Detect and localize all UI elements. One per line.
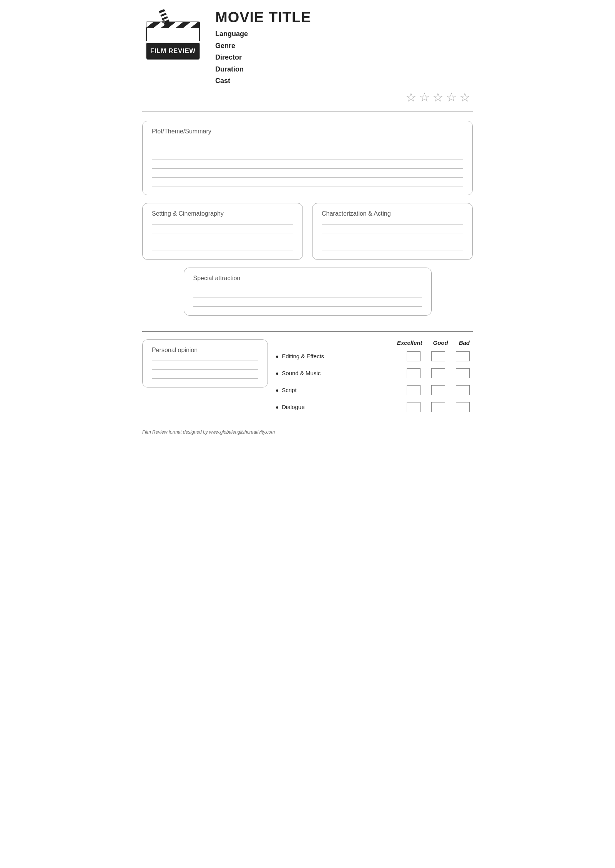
svg-point-19: [162, 20, 165, 23]
editing-label: ● Editing & Effects: [276, 353, 407, 359]
script-label: ● Script: [276, 387, 407, 393]
sound-bad-box[interactable]: [456, 368, 470, 378]
plot-line-5[interactable]: [152, 177, 463, 178]
characterization-lines: [322, 224, 463, 251]
rating-row-editing: ● Editing & Effects: [276, 351, 473, 361]
good-header: Good: [433, 339, 448, 346]
bullet-icon: ●: [276, 404, 279, 410]
rating-row-dialogue: ● Dialogue: [276, 402, 473, 412]
movie-title: MOVIE TITLE: [215, 9, 473, 26]
editing-excellent-box[interactable]: [407, 351, 421, 361]
script-good-box[interactable]: [431, 385, 445, 395]
plot-label: Plot/Theme/Summary: [152, 128, 463, 135]
bullet-icon: ●: [276, 387, 279, 393]
clapperboard-logo: FILM REVIEW: [142, 8, 204, 63]
setting-line-4[interactable]: [152, 251, 293, 251]
two-col-row: Setting & Cinematography Characterizatio…: [142, 203, 473, 260]
plot-line-4[interactable]: [152, 168, 463, 169]
cast-field: Cast: [215, 75, 473, 87]
excellent-header: Excellent: [397, 339, 422, 346]
special-line-1[interactable]: [193, 289, 422, 289]
personal-opinion-col: Personal opinion: [142, 339, 268, 395]
setting-section: Setting & Cinematography: [142, 203, 303, 260]
special-wrap: Special attraction: [142, 268, 473, 323]
opinion-line-2[interactable]: [152, 369, 258, 370]
setting-line-1[interactable]: [152, 224, 293, 224]
dialogue-excellent-box[interactable]: [407, 402, 421, 412]
script-excellent-box[interactable]: [407, 385, 421, 395]
personal-opinion-label: Personal opinion: [152, 347, 258, 354]
personal-opinion-section: Personal opinion: [142, 339, 268, 387]
characterization-section: Characterization & Acting: [312, 203, 473, 260]
dialogue-good-box[interactable]: [431, 402, 445, 412]
dialogue-bad-box[interactable]: [456, 402, 470, 412]
sound-excellent-box[interactable]: [407, 368, 421, 378]
personal-opinion-lines: [152, 361, 258, 379]
ratings-col: Excellent Good Bad ● Editing & Effects ●…: [276, 339, 473, 419]
duration-field: Duration: [215, 63, 473, 75]
special-section: Special attraction: [184, 268, 432, 316]
characterization-label: Characterization & Acting: [322, 210, 463, 217]
editing-bad-box[interactable]: [456, 351, 470, 361]
special-line-3[interactable]: [193, 306, 422, 307]
header: FILM REVIEW: [142, 8, 473, 111]
bottom-row: Personal opinion Excellent Good Bad ● Ed…: [142, 331, 473, 419]
setting-line-2[interactable]: [152, 233, 293, 233]
editing-good-box[interactable]: [431, 351, 445, 361]
editing-boxes: [407, 351, 473, 361]
special-line-2[interactable]: [193, 298, 422, 298]
bad-header: Bad: [459, 339, 470, 346]
opinion-line-3[interactable]: [152, 378, 258, 379]
dialogue-boxes: [407, 402, 473, 412]
movie-info: MOVIE TITLE Language Genre Director Dura…: [215, 8, 473, 105]
svg-text:FILM REVIEW: FILM REVIEW: [150, 47, 196, 54]
movie-meta: Language Genre Director Duration Cast: [215, 28, 473, 87]
footer: Film Review format designed by www.globa…: [142, 426, 473, 435]
special-lines: [193, 289, 422, 307]
char-line-4[interactable]: [322, 251, 463, 251]
setting-lines: [152, 224, 293, 251]
rating-row-script: ● Script: [276, 385, 473, 395]
plot-section: Plot/Theme/Summary: [142, 121, 473, 195]
char-line-1[interactable]: [322, 224, 463, 224]
sound-boxes: [407, 368, 473, 378]
plot-lines: [152, 142, 463, 186]
bullet-icon: ●: [276, 353, 279, 359]
bullet-icon: ●: [276, 370, 279, 376]
setting-label: Setting & Cinematography: [152, 210, 293, 217]
opinion-line-1[interactable]: [152, 361, 258, 361]
plot-line-3[interactable]: [152, 160, 463, 160]
plot-line-2[interactable]: [152, 151, 463, 151]
setting-line-3[interactable]: [152, 242, 293, 242]
script-bad-box[interactable]: [456, 385, 470, 395]
genre-field: Genre: [215, 40, 473, 52]
script-boxes: [407, 385, 473, 395]
star-rating[interactable]: ☆☆☆☆☆: [215, 90, 473, 105]
char-line-3[interactable]: [322, 242, 463, 242]
special-label: Special attraction: [193, 275, 422, 282]
language-field: Language: [215, 28, 473, 40]
plot-line-6[interactable]: [152, 186, 463, 186]
rating-row-sound: ● Sound & Music: [276, 368, 473, 378]
footer-text: Film Review format designed by www.globa…: [142, 429, 275, 435]
ratings-header: Excellent Good Bad: [276, 339, 473, 346]
plot-line-1[interactable]: [152, 142, 463, 142]
director-field: Director: [215, 52, 473, 63]
char-line-2[interactable]: [322, 233, 463, 233]
sound-good-box[interactable]: [431, 368, 445, 378]
dialogue-label: ● Dialogue: [276, 404, 407, 410]
sound-label: ● Sound & Music: [276, 370, 407, 376]
